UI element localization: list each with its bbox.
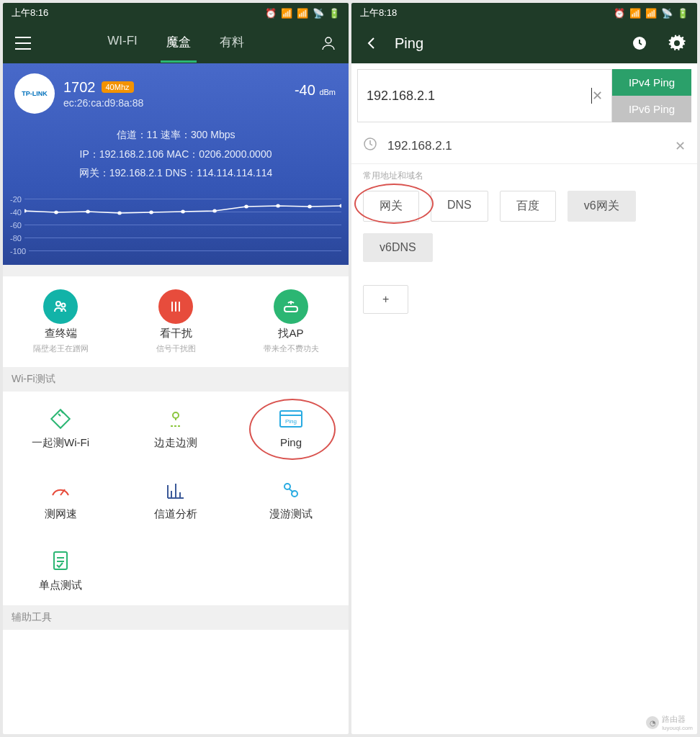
svg-point-3 xyxy=(86,210,90,214)
waves-icon xyxy=(158,289,193,324)
menu-icon[interactable] xyxy=(9,29,37,58)
ipv4-ping-button[interactable]: IPv4 Ping xyxy=(612,69,691,96)
svg-point-7 xyxy=(212,209,217,213)
tag-v6-dns[interactable]: v6DNS xyxy=(363,233,433,262)
svg-point-0 xyxy=(326,37,331,43)
tool-channel-analysis[interactable]: 信道分析 xyxy=(118,463,233,534)
svg-point-12 xyxy=(56,302,60,306)
ssid-label: 1702 xyxy=(63,79,96,96)
svg-point-1 xyxy=(24,209,27,213)
svg-text:Ping: Ping xyxy=(285,418,297,425)
feature-find-ap[interactable]: 找AP 带来全不费功夫 xyxy=(233,276,349,367)
battery-icon: 🔋 xyxy=(328,7,340,19)
svg-rect-14 xyxy=(284,307,297,312)
svg-point-10 xyxy=(308,205,312,209)
signal2-icon: 📶 xyxy=(645,7,657,19)
signal-strength: -40 dBm xyxy=(295,82,336,99)
tag-add[interactable]: + xyxy=(363,285,408,314)
people-icon xyxy=(43,289,78,324)
feature-interference[interactable]: 看干扰 信号干扰图 xyxy=(118,276,233,367)
battery-icon: 🔋 xyxy=(677,7,688,19)
tag-v6-gateway[interactable]: v6网关 xyxy=(567,191,636,222)
right-screenshot: 上午8:18 ⏰ 📶 📶 📡 🔋 Ping 192.168.2.1 ✕ IPv4… xyxy=(351,3,697,734)
wifi-details: 信道：11 速率：300 Mbps IP：192.168.2.106 MAC：0… xyxy=(14,125,337,183)
svg-point-4 xyxy=(117,212,122,215)
app-header: WI-FI 魔盒 有料 xyxy=(3,23,349,63)
tab-wifi[interactable]: WI-FI xyxy=(102,24,143,63)
delete-history-icon[interactable]: ✕ xyxy=(675,138,686,154)
tool-single-point[interactable]: 单点测试 xyxy=(3,534,118,605)
alarm-icon: ⏰ xyxy=(265,7,277,19)
tag-gateway[interactable]: 网关 xyxy=(363,191,419,222)
featured-grid: 查终端 隔壁老王在蹭网 看干扰 信号干扰图 找AP 带来全不费功夫 xyxy=(3,276,349,367)
svg-point-16 xyxy=(173,412,179,418)
document-icon xyxy=(46,547,75,576)
page-title: Ping xyxy=(395,35,616,52)
tool-speed-test[interactable]: 测网速 xyxy=(3,463,118,534)
gauge-icon xyxy=(46,476,75,505)
wifi-tools-grid: 一起测Wi-Fi 边走边测 Ping Ping 测网速 信道分析 漫游测试 单点… xyxy=(3,392,349,605)
tag-baidu[interactable]: 百度 xyxy=(500,191,556,222)
section-aux-tools: 辅助工具 xyxy=(3,605,349,630)
router-brand-logo: TP-LINK xyxy=(14,73,55,114)
mhz-badge: 40Mhz xyxy=(102,81,134,93)
svg-point-8 xyxy=(244,205,248,209)
history-clock-icon xyxy=(363,137,377,155)
left-screenshot: 上午8:16 ⏰ 📶 📶 📡 🔋 WI-FI 魔盒 有料 TP-LINK 170… xyxy=(3,3,349,734)
svg-point-9 xyxy=(276,204,280,208)
wifi-status-icon: 📡 xyxy=(313,7,324,19)
pin-path-icon xyxy=(161,404,190,433)
section-wifi-test: Wi-Fi测试 xyxy=(3,367,349,392)
status-bar: 上午8:16 ⏰ 📶 📶 📡 🔋 xyxy=(3,3,349,23)
wifi-status-icon: 📡 xyxy=(661,7,673,19)
status-time: 上午8:16 xyxy=(12,6,48,19)
tab-mohe[interactable]: 魔盒 xyxy=(161,24,197,63)
ping-input-row: 192.168.2.1 ✕ IPv4 Ping IPv6 Ping xyxy=(351,63,697,128)
svg-point-2 xyxy=(54,211,58,214)
svg-point-13 xyxy=(62,303,66,307)
back-icon[interactable] xyxy=(357,29,386,58)
signal-icon: 📶 xyxy=(629,7,641,19)
ap-icon xyxy=(274,289,308,324)
watermark-logo-icon: ◔ xyxy=(646,716,659,729)
status-time: 上午8:18 xyxy=(360,6,397,19)
tool-ping[interactable]: Ping Ping xyxy=(233,392,349,463)
tag-dns[interactable]: DNS xyxy=(431,191,488,222)
history-item[interactable]: 192.168.2.1 ✕ xyxy=(351,128,697,164)
clear-input-icon[interactable]: ✕ xyxy=(592,88,603,104)
tool-roaming-test[interactable]: 漫游测试 xyxy=(233,463,349,534)
quick-tags: 网关 DNS 百度 v6网关 v6DNS + xyxy=(351,182,697,322)
svg-rect-15 xyxy=(51,410,69,428)
alarm-icon: ⏰ xyxy=(614,7,625,19)
ping-address-input[interactable]: 192.168.2.1 ✕ xyxy=(357,69,612,122)
feature-terminals[interactable]: 查终端 隔壁老王在蹭网 xyxy=(3,276,118,367)
clock-icon[interactable] xyxy=(625,29,654,58)
tab-youliao[interactable]: 有料 xyxy=(214,24,250,63)
profile-icon[interactable] xyxy=(314,29,343,58)
mac-address: ec:26:ca:d9:8a:88 xyxy=(63,97,143,109)
svg-point-6 xyxy=(181,210,185,214)
ipv6-ping-button[interactable]: IPv6 Ping xyxy=(612,96,691,122)
signal-chart: -20 -40 -60 -80 -100 xyxy=(3,189,349,265)
ping-window-icon: Ping xyxy=(277,404,305,433)
tool-wifi-test[interactable]: 一起测Wi-Fi xyxy=(3,392,118,463)
diamond-icon xyxy=(46,404,75,433)
signal-icon: 📶 xyxy=(281,7,292,19)
tags-section-label: 常用地址和域名 xyxy=(351,164,697,182)
watermark: ◔ 路由器 luyouqi.com xyxy=(646,714,693,731)
wifi-info-card: TP-LINK 1702 40Mhz ec:26:ca:d9:8a:88 -40… xyxy=(3,63,349,189)
roaming-icon xyxy=(277,476,305,505)
tool-walk-test[interactable]: 边走边测 xyxy=(118,392,233,463)
bars-icon xyxy=(161,476,190,505)
settings-icon[interactable] xyxy=(663,29,691,58)
svg-point-11 xyxy=(339,204,341,208)
svg-point-5 xyxy=(149,211,153,214)
ping-header: Ping xyxy=(351,23,697,63)
status-bar: 上午8:18 ⏰ 📶 📶 📡 🔋 xyxy=(351,3,697,23)
signal2-icon: 📶 xyxy=(297,7,308,19)
